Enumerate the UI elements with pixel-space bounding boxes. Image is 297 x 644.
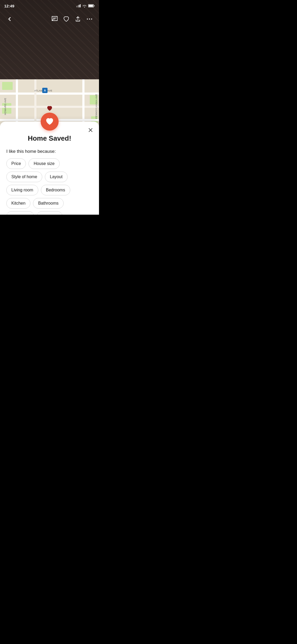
sheet-title: Home Saved! [6,134,93,142]
signal-icon [76,4,81,7]
tag-layout[interactable]: Layout [45,172,68,182]
svg-point-10 [91,19,92,20]
tags-container: PriceHouse sizeStyle of homeLayoutLiving… [6,158,93,215]
sheet-subtitle: I like this home because: [6,149,93,154]
svg-rect-3 [80,4,81,7]
tag-kitchen[interactable]: Kitchen [6,198,30,209]
status-bar: 12:49 [0,0,99,12]
more-button[interactable] [84,14,95,24]
close-button[interactable] [86,126,95,134]
tag-price[interactable]: Price [6,158,26,169]
status-icons [76,4,95,7]
message-button[interactable] [49,14,60,24]
bottom-sheet: Home Saved! I like this home because: Pr… [0,122,99,215]
battery-icon [88,4,95,7]
svg-rect-0 [76,6,77,7]
map-penn-label: PENNSYLVANIA AVE [95,94,98,119]
toolbar [0,12,99,26]
tag-backyard[interactable]: Backyard [6,211,34,215]
subway-icon: A [42,88,48,93]
wifi-icon [82,4,87,7]
share-button[interactable] [73,14,83,24]
svg-rect-2 [79,5,79,7]
tag-bathrooms[interactable]: Bathrooms [33,198,63,209]
tag-location[interactable]: Location [37,211,63,215]
svg-rect-1 [78,5,78,7]
heart-saved-icon [41,113,59,131]
tag-house-size[interactable]: House size [29,158,59,169]
back-button[interactable] [4,14,15,24]
favorite-button[interactable] [61,14,72,24]
svg-point-9 [89,19,90,20]
status-time: 12:49 [4,4,14,8]
tag-bedrooms[interactable]: Bedrooms [41,185,70,195]
svg-rect-5 [89,5,93,7]
tag-style[interactable]: Style of home [6,172,42,182]
map-heart-pin [46,105,53,112]
svg-point-8 [87,19,88,20]
tag-living-room[interactable]: Living room [6,185,38,195]
map-howard-label: HOWARD AVE [4,98,7,115]
